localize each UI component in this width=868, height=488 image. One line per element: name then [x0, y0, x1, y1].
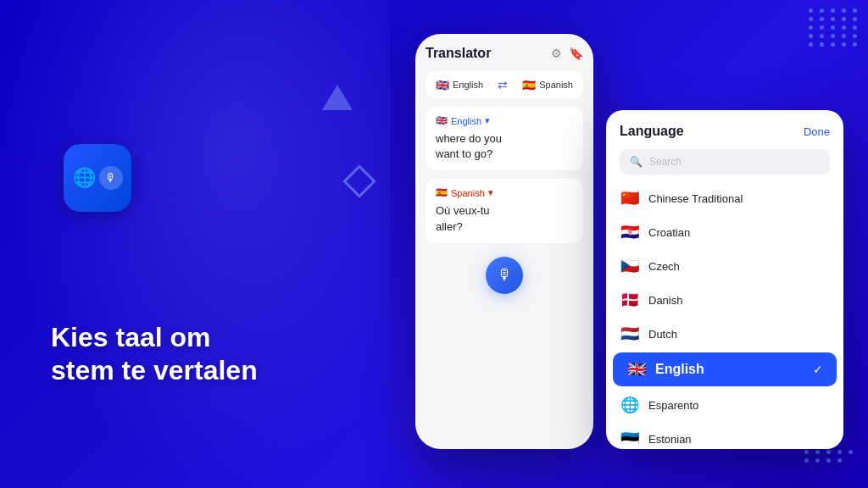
list-item-english-selected[interactable]: 🇬🇧 English ✓ [613, 352, 837, 386]
input-text-box[interactable]: 🇬🇧 English ▾ where do youwant to go? [426, 107, 583, 170]
lang-name: English [655, 362, 804, 377]
list-item[interactable]: 🇨🇿 Czech [606, 249, 843, 283]
output-text-content: Où veux-tualler? [436, 203, 573, 234]
language-selection-panel: Language Done 🔍 Search 🇨🇳 Chinese Tradit… [606, 110, 843, 449]
output-lang-flag: 🇪🇸 [436, 187, 448, 198]
translate-icon: 🌐 [73, 167, 96, 189]
phone-title-bar: Translator ⚙ 🔖 [426, 46, 583, 61]
triangle-decoration [322, 85, 353, 110]
lang-name: Chinese Traditional [648, 192, 830, 205]
app-icon: 🌐 🎙 [64, 144, 131, 212]
lang-flag: 🇳🇱 [620, 324, 640, 343]
person-overlay [0, 0, 390, 488]
selected-checkmark-icon: ✓ [813, 363, 823, 376]
decorative-dots-top-right [809, 8, 860, 47]
input-language-label: 🇬🇧 English ▾ [436, 115, 573, 126]
language-search-box[interactable]: 🔍 Search [620, 149, 830, 175]
decorative-dots-bottom-right [804, 450, 855, 463]
lang-name: Esparento [648, 399, 830, 412]
output-language-label: 🇪🇸 Spanish ▾ [436, 187, 573, 198]
mic-record-button[interactable]: 🎙 [486, 257, 523, 294]
lang-flag: 🌐 [620, 396, 640, 414]
search-icon: 🔍 [630, 156, 643, 168]
list-item[interactable]: 🇭🇷 Croatian [606, 215, 843, 249]
target-lang-flag: 🇪🇸 [522, 79, 536, 92]
source-lang-label: English [453, 80, 483, 90]
lang-name: Danish [648, 294, 830, 307]
list-item[interactable]: 🇨🇳 Chinese Traditional [606, 181, 843, 215]
phone-app-title: Translator [426, 46, 491, 61]
lang-name: Croatian [648, 226, 830, 239]
mic-icon: 🎙 [99, 166, 123, 190]
input-lang-flag: 🇬🇧 [436, 115, 448, 126]
lang-name: Czech [648, 260, 830, 273]
list-item[interactable]: 🌐 Esparento [606, 388, 843, 422]
source-language-selector[interactable]: 🇬🇧 English [436, 79, 483, 92]
headline-line2: stem te vertalen [51, 354, 258, 386]
lang-name: Estonian [648, 433, 830, 445]
lang-panel-done-button[interactable]: Done [804, 125, 830, 138]
input-lang-chevron: ▾ [485, 115, 490, 126]
lang-panel-title: Language [620, 124, 684, 139]
lang-flag: 🇨🇿 [620, 257, 640, 275]
bookmark-icon[interactable]: 🔖 [569, 47, 583, 60]
list-item[interactable]: 🇩🇰 Danish [606, 283, 843, 317]
gear-icon[interactable]: ⚙ [551, 47, 562, 60]
input-lang-name: English [451, 116, 481, 126]
swap-languages-icon[interactable]: ⇄ [498, 78, 508, 92]
mic-button-container: 🎙 [426, 257, 583, 294]
output-lang-name: Spanish [451, 188, 485, 198]
lang-name: Dutch [648, 328, 830, 341]
source-lang-flag: 🇬🇧 [436, 79, 449, 92]
language-switcher-bar[interactable]: 🇬🇧 English ⇄ 🇪🇸 Spanish [426, 71, 583, 98]
lang-flag: 🇨🇳 [620, 189, 640, 208]
list-item[interactable]: 🇪🇪 Estonian [606, 422, 843, 444]
output-text-box: 🇪🇸 Spanish ▾ Où veux-tualler? [426, 179, 583, 242]
output-lang-chevron: ▾ [488, 187, 493, 198]
lang-panel-header: Language Done [606, 124, 843, 149]
target-lang-label: Spanish [539, 80, 573, 90]
search-placeholder: Search [649, 156, 682, 168]
phone-header-icons: ⚙ 🔖 [551, 47, 583, 60]
target-language-selector[interactable]: 🇪🇸 Spanish [522, 79, 573, 92]
lang-flag: 🇩🇰 [620, 291, 640, 309]
lang-flag: 🇬🇧 [626, 360, 647, 379]
headline: Kies taal om stem te vertalen [51, 321, 258, 386]
phone-mockup: Translator ⚙ 🔖 🇬🇧 English ⇄ 🇪🇸 Spanish 🇬… [415, 34, 593, 449]
headline-line1: Kies taal om [51, 321, 258, 353]
list-item[interactable]: 🇳🇱 Dutch [606, 317, 843, 351]
lang-flag: 🇭🇷 [620, 223, 640, 241]
lang-flag: 🇪🇪 [620, 430, 640, 444]
language-list: 🇨🇳 Chinese Traditional 🇭🇷 Croatian 🇨🇿 Cz… [606, 181, 843, 444]
input-text-content[interactable]: where do youwant to go? [436, 131, 573, 162]
